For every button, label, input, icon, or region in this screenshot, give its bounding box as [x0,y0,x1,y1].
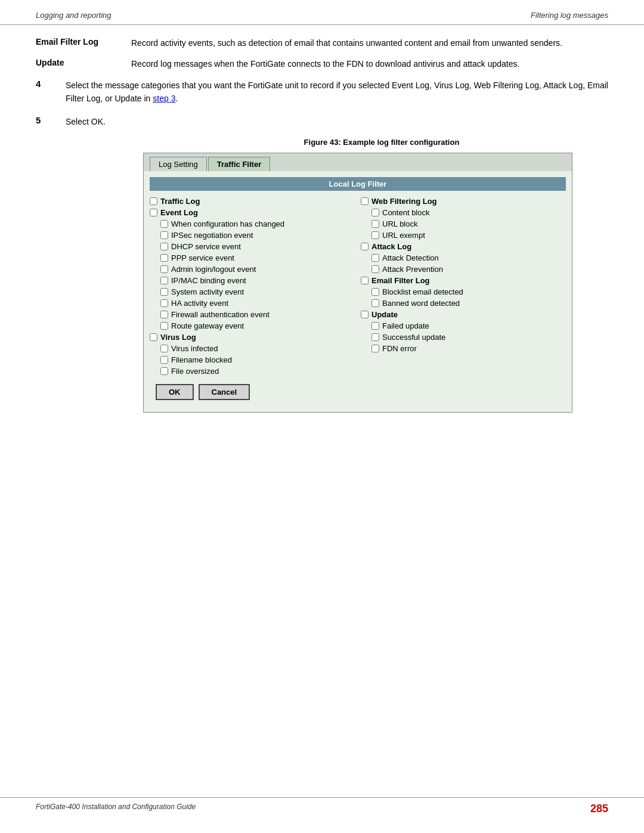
footer-right: 285 [590,803,608,815]
button-row: OKCancel [150,378,566,406]
label-virus-log: Virus Log [160,333,196,342]
cb-item-failed-update: Failed update [361,321,566,330]
ok-btn[interactable]: OK [156,384,194,400]
label-system-activity: System activity event [171,287,244,296]
def-desc: Record activity events, such as detectio… [131,37,608,49]
checkbox-banned-word[interactable] [371,299,379,307]
checkbox-admin-login[interactable] [160,265,168,273]
label-url-block: URL block [382,219,417,228]
cb-item-attack-log: Attack Log [361,242,566,251]
label-ip-mac-binding: IP/MAC binding event [171,276,246,285]
cb-item-fdn-error: FDN error [361,344,566,353]
step-text: Select OK. [66,115,608,128]
checkbox-route-gateway[interactable] [160,322,168,330]
cb-item-banned-word: Banned word detected [361,299,566,308]
label-firewall-auth: Firewall authentication event [171,310,270,319]
cb-item-file-oversized: File oversized [150,367,355,376]
checkbox-system-activity[interactable] [160,288,168,296]
local-log-filter-label: Local Log Filter [150,177,566,191]
step-link[interactable]: step 3 [153,94,175,103]
header-right: Filtering log messages [531,11,608,20]
main-content: Email Filter Log Record activity events,… [0,37,644,413]
cb-item-email-filter-log: Email Filter Log [361,276,566,285]
label-fdn-error: FDN error [382,344,417,353]
cb-item-event-log: Event Log [150,208,355,217]
checkbox-file-oversized[interactable] [160,367,168,375]
checkbox-web-filtering-log[interactable] [361,197,369,205]
cb-item-firewall-auth: Firewall authentication event [150,310,355,319]
checkbox-ppp-service[interactable] [160,254,168,262]
page-container: Logging and reporting Filtering log mess… [0,0,644,833]
cb-item-url-exempt: URL exempt [361,231,566,240]
label-successful-update: Successful update [382,333,445,342]
tab-log-setting[interactable]: Log Setting [150,157,207,171]
checkbox-email-filter-log[interactable] [361,277,369,284]
checkbox-ipsec-neg[interactable] [160,231,168,239]
checkbox-failed-update[interactable] [371,322,379,330]
tab-traffic-filter[interactable]: Traffic Filter [208,157,270,171]
footer-left: FortiGate-400 Installation and Configura… [36,803,196,815]
label-when-config-changed: When configuration has changed [171,219,284,228]
filter-content: Local Log Filter Traffic LogEvent LogWhe… [144,171,572,412]
figure-container: Log SettingTraffic Filter Local Log Filt… [143,153,572,413]
checkbox-attack-prevention[interactable] [371,265,379,273]
cb-item-ppp-service: PPP service event [150,253,355,262]
checkbox-attack-detection[interactable] [371,254,379,262]
cb-item-when-config-changed: When configuration has changed [150,219,355,228]
checkbox-successful-update[interactable] [371,333,379,341]
step-item: 4 Select the message categories that you… [36,79,608,106]
cb-item-attack-prevention: Attack Prevention [361,265,566,274]
label-attack-detection: Attack Detection [382,253,439,262]
label-event-log: Event Log [160,208,198,217]
page-footer: FortiGate-400 Installation and Configura… [0,797,644,815]
label-route-gateway: Route gateway event [171,321,244,330]
label-banned-word: Banned word detected [382,299,460,308]
checkbox-update[interactable] [361,311,369,318]
cb-item-attack-detection: Attack Detection [361,253,566,262]
definition-list: Email Filter Log Record activity events,… [36,37,608,70]
label-traffic-log: Traffic Log [160,197,200,206]
def-item: Update Record log messages when the Fort… [36,58,608,70]
checkbox-fdn-error[interactable] [371,345,379,352]
label-ipsec-neg: IPSec negotiation event [171,231,253,240]
cb-item-admin-login: Admin login/logout event [150,265,355,274]
label-blocklist-email: Blocklist email detected [382,287,463,296]
cancel-btn[interactable]: Cancel [199,384,250,400]
checkbox-attack-log[interactable] [361,243,369,250]
label-attack-log: Attack Log [371,242,411,251]
checkbox-blocklist-email[interactable] [371,288,379,296]
checkbox-ha-activity[interactable] [160,299,168,307]
def-item: Email Filter Log Record activity events,… [36,37,608,49]
def-term: Update [36,58,131,70]
checkbox-when-config-changed[interactable] [160,220,168,228]
label-url-exempt: URL exempt [382,231,425,240]
cb-item-url-block: URL block [361,219,566,228]
step-text: Select the message categories that you w… [66,79,608,106]
checkbox-content-block[interactable] [371,209,379,216]
label-filename-blocked: Filename blocked [171,355,232,364]
checkbox-event-log[interactable] [150,209,157,216]
label-virus-infected: Virus infected [171,344,218,353]
checkbox-traffic-log[interactable] [150,197,157,205]
checkbox-url-block[interactable] [371,220,379,228]
checkbox-virus-infected[interactable] [160,345,168,352]
label-dhcp-service: DHCP service event [171,242,241,251]
checkbox-firewall-auth[interactable] [160,311,168,318]
cb-item-route-gateway: Route gateway event [150,321,355,330]
checkbox-url-exempt[interactable] [371,231,379,239]
checkbox-virus-log[interactable] [150,333,157,341]
cb-item-system-activity: System activity event [150,287,355,296]
figure-caption: Figure 43: Example log filter configurat… [155,138,608,147]
page-header: Logging and reporting Filtering log mess… [0,0,644,25]
label-failed-update: Failed update [382,321,429,330]
checkbox-ip-mac-binding[interactable] [160,277,168,284]
filter-col-right: Web Filtering LogContent blockURL blockU… [361,197,566,378]
label-web-filtering-log: Web Filtering Log [371,197,437,206]
cb-item-blocklist-email: Blocklist email detected [361,287,566,296]
cb-item-ip-mac-binding: IP/MAC binding event [150,276,355,285]
step-number: 4 [36,79,66,89]
cb-item-filename-blocked: Filename blocked [150,355,355,364]
checkbox-filename-blocked[interactable] [160,356,168,364]
label-ppp-service: PPP service event [171,253,234,262]
checkbox-dhcp-service[interactable] [160,243,168,250]
